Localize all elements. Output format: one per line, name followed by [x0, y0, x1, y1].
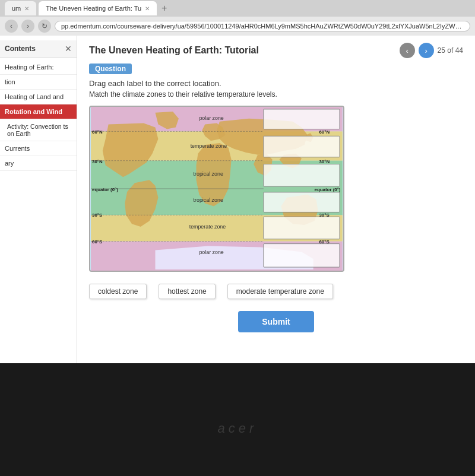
svg-text:tropical zone: tropical zone — [194, 197, 223, 203]
world-map: 60°N 30°N equator (0°) 30°S 60°S 60°N 30… — [89, 106, 344, 272]
new-tab-button[interactable]: + — [159, 3, 169, 14]
svg-text:60°S: 60°S — [92, 239, 102, 245]
map-svg: 60°N 30°N equator (0°) 30°S 60°S 60°N 30… — [90, 107, 343, 271]
sidebar-item-ary[interactable]: ary — [0, 156, 77, 171]
instruction-match: Match the climate zones to their relativ… — [89, 90, 463, 99]
laptop-bezel: acer — [0, 363, 475, 476]
svg-text:equator (0°): equator (0°) — [315, 187, 341, 192]
submit-button[interactable]: Submit — [238, 311, 314, 332]
reload-button[interactable]: ↻ — [38, 20, 51, 33]
sidebar-item-heating-land[interactable]: Heating of Land and — [0, 90, 77, 104]
prev-page-button[interactable]: ‹ — [400, 43, 415, 58]
sidebar-header: Contents ✕ — [0, 40, 77, 58]
svg-rect-31 — [264, 192, 340, 212]
sidebar-item-convection[interactable]: Activity: Convection ts on Earth — [0, 119, 77, 141]
tab-inactive[interactable]: um ✕ — [5, 1, 36, 15]
page-navigation: ‹ › 25 of 44 — [400, 43, 463, 58]
svg-rect-28 — [264, 109, 340, 129]
svg-text:30°N: 30°N — [319, 159, 330, 164]
sidebar-title: Contents — [5, 45, 36, 53]
sidebar-item-rotation-wind[interactable]: Rotation and Wind — [0, 104, 77, 119]
sidebar-item-tion[interactable]: tion — [0, 75, 77, 90]
sidebar-item-heating-earth[interactable]: Heating of Earth: — [0, 60, 77, 75]
svg-rect-30 — [264, 164, 340, 186]
svg-text:temperate zone: temperate zone — [191, 143, 227, 149]
svg-text:60°N: 60°N — [319, 129, 330, 135]
submit-area: Submit — [89, 311, 463, 332]
drag-label-coldest[interactable]: coldest zone — [89, 284, 147, 299]
sidebar-close-button[interactable]: ✕ — [65, 44, 72, 53]
svg-text:temperate zone: temperate zone — [189, 224, 226, 230]
drag-label-moderate[interactable]: moderate temperature zone — [227, 284, 333, 299]
svg-rect-29 — [264, 136, 340, 157]
drag-labels-area: coldest zone hottest zone moderate tempe… — [89, 284, 463, 299]
instruction-drag: Drag each label to the correct location. — [89, 79, 463, 88]
page-count: 25 of 44 — [438, 46, 463, 55]
svg-rect-32 — [264, 217, 340, 239]
svg-text:tropical zone: tropical zone — [194, 171, 223, 177]
svg-text:equator (0°): equator (0°) — [92, 187, 118, 192]
page-header: The Uneven Heating of Earth: Tutorial ‹ … — [89, 43, 463, 58]
svg-text:30°N: 30°N — [92, 159, 103, 164]
browser-chrome: um ✕ The Uneven Heating of Earth: Tu ✕ +… — [0, 0, 475, 36]
tab-close-active-icon[interactable]: ✕ — [145, 5, 150, 12]
address-bar-row: ‹ › ↻ pp.edmentum.com/courseware-deliver… — [0, 17, 475, 36]
question-indicator: Question — [89, 64, 132, 74]
drag-label-hottest[interactable]: hottest zone — [159, 284, 215, 299]
page-title: The Uneven Heating of Earth: Tutorial — [89, 45, 259, 56]
next-page-button[interactable]: › — [419, 43, 434, 58]
svg-rect-33 — [264, 244, 340, 267]
svg-text:polar zone: polar zone — [199, 115, 223, 121]
svg-text:polar zone: polar zone — [199, 249, 223, 255]
svg-text:60°N: 60°N — [92, 129, 103, 135]
tab-active[interactable]: The Uneven Heating of Earth: Tu ✕ — [39, 1, 157, 15]
address-bar[interactable]: pp.edmentum.com/courseware-delivery/ua/5… — [55, 21, 470, 31]
forward-button[interactable]: › — [21, 20, 34, 33]
tab-bar: um ✕ The Uneven Heating of Earth: Tu ✕ + — [0, 0, 475, 17]
svg-text:30°S: 30°S — [92, 212, 102, 218]
tab-close-icon[interactable]: ✕ — [24, 5, 29, 12]
back-button[interactable]: ‹ — [5, 20, 18, 33]
sidebar-item-currents[interactable]: Currents — [0, 141, 77, 156]
acer-logo: acer — [218, 421, 258, 436]
